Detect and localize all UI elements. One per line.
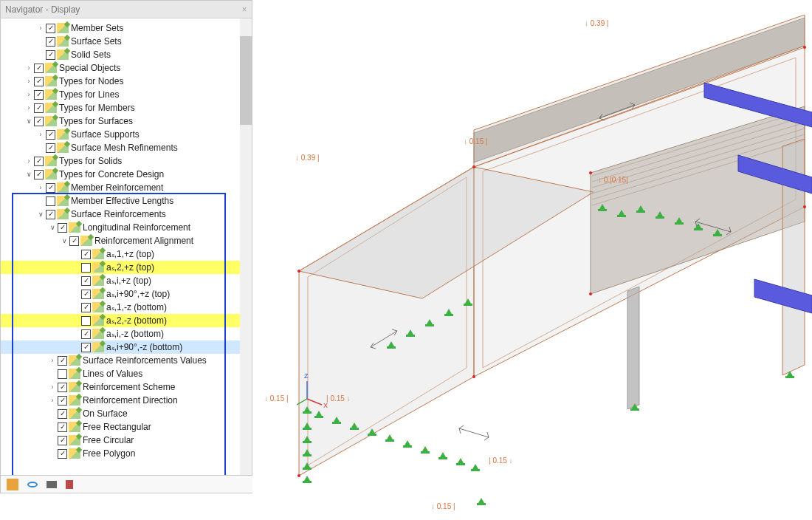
panel-title-text: Navigator - Display — [5, 4, 80, 15]
checkbox[interactable]: ✓ — [46, 24, 55, 33]
checkbox[interactable]: ✓ — [58, 449, 67, 459]
checkbox[interactable]: ✓ — [46, 130, 55, 140]
tree-item[interactable]: Lines of Values — [1, 367, 252, 380]
checkbox[interactable]: ✓ — [81, 276, 91, 286]
checkbox[interactable]: ✓ — [81, 290, 91, 299]
tree-item[interactable]: ✓Free Polygon — [1, 447, 252, 460]
eye-icon[interactable] — [27, 482, 38, 488]
camera-icon[interactable] — [47, 481, 57, 488]
tree-item[interactable]: ›✓Surface Supports — [1, 128, 252, 141]
tree-item[interactable]: ›✓Types for Nodes — [1, 75, 252, 88]
checkbox[interactable]: ✓ — [58, 436, 67, 445]
checkbox[interactable]: ✓ — [46, 183, 55, 193]
chevron-right-icon[interactable]: › — [24, 103, 33, 112]
chevron-down-icon[interactable]: ∨ — [60, 236, 69, 245]
checkbox[interactable]: ✓ — [58, 422, 67, 432]
tree-item[interactable]: ›✓Special Objects — [1, 61, 252, 75]
dim-label: ↓ 0.15 | — [431, 502, 455, 510]
chevron-right-icon[interactable]: › — [24, 64, 33, 72]
tree-item[interactable]: ✓Solid Sets — [1, 48, 252, 61]
tree-item[interactable]: ✓Surface Mesh Refinements — [1, 141, 252, 154]
tree-item[interactable]: ✓Free Circular — [1, 434, 252, 447]
checkbox[interactable]: ✓ — [81, 329, 91, 339]
tree-item-label: Surface Reinforcements — [71, 209, 166, 219]
tree-item[interactable]: ›✓Types for Members — [1, 101, 252, 114]
chevron-right-icon[interactable]: › — [24, 90, 33, 99]
chevron-right-icon[interactable]: › — [24, 157, 33, 165]
chevron-right-icon[interactable]: › — [24, 77, 33, 86]
checkbox[interactable]: ✓ — [34, 90, 44, 100]
checkbox[interactable] — [58, 369, 67, 379]
checkbox[interactable]: ✓ — [69, 236, 79, 246]
chevron-right-icon[interactable]: › — [36, 24, 45, 32]
tree-item[interactable]: ✓On Surface — [1, 407, 252, 420]
tree-item[interactable]: ∨✓Surface Reinforcements — [1, 208, 252, 221]
checkbox[interactable]: ✓ — [46, 210, 55, 219]
tree-item[interactable]: ›✓Types for Lines — [1, 88, 252, 101]
tree-item[interactable]: ✓aₛ,1,+z (top) — [1, 247, 252, 261]
tree-item[interactable]: aₛ,2,-z (bottom) — [1, 314, 252, 327]
svg-point-20 — [472, 165, 475, 168]
checkbox[interactable]: ✓ — [81, 343, 91, 352]
tree-item[interactable]: ✓Surface Sets — [1, 35, 252, 48]
tree-item[interactable]: aₛ,2,+z (top) — [1, 261, 252, 274]
chevron-down-icon[interactable]: ∨ — [48, 223, 57, 232]
tree-item[interactable]: ›✓Member Reinforcement — [1, 181, 252, 194]
checkbox[interactable] — [81, 316, 91, 326]
model-viewport[interactable]: Z X ↓ 0.39 | ↓ 0.39 | ↓ 0.15 | | 0.15 ↓ … — [252, 0, 812, 520]
chevron-right-icon[interactable]: › — [48, 356, 57, 365]
checkbox[interactable]: ✓ — [81, 303, 91, 312]
tree-item[interactable]: ›✓Surface Reinforcements Values — [1, 354, 252, 367]
tree-item[interactable]: Member Effective Lengths — [1, 194, 252, 208]
checkbox[interactable]: ✓ — [58, 223, 67, 233]
checkbox[interactable]: ✓ — [34, 64, 44, 73]
expander-spacer — [72, 343, 80, 352]
checkbox[interactable]: ✓ — [34, 77, 44, 86]
checkbox[interactable]: ✓ — [81, 250, 91, 259]
tree-item[interactable]: ✓aₛ,1,-z (bottom) — [1, 301, 252, 314]
scrollbar-thumb[interactable] — [240, 36, 252, 125]
expander-spacer — [72, 250, 80, 259]
tree-item[interactable]: ✓aₛ,i,+z (top) — [1, 274, 252, 287]
chevron-right-icon[interactable]: › — [48, 396, 57, 405]
chevron-down-icon[interactable]: ∨ — [36, 210, 45, 219]
tree-item[interactable]: ›✓Member Sets — [1, 21, 252, 35]
tree-item-label: Free Polygon — [83, 448, 135, 459]
checkbox[interactable]: ✓ — [58, 356, 67, 366]
chevron-down-icon[interactable]: ∨ — [24, 170, 33, 179]
checkbox[interactable]: ✓ — [58, 409, 67, 419]
checkbox[interactable] — [81, 263, 91, 273]
tree-item[interactable]: ∨✓Reinforcement Alignment — [1, 234, 252, 247]
tree-item[interactable]: ∨✓Longitudinal Reinforcement — [1, 221, 252, 234]
chevron-right-icon[interactable]: › — [48, 383, 57, 391]
chevron-right-icon[interactable]: › — [36, 130, 45, 139]
checkbox[interactable]: ✓ — [58, 396, 67, 406]
tree-item[interactable]: ✓aₛ,i+90°,-z (bottom) — [1, 341, 252, 354]
checkbox[interactable]: ✓ — [34, 157, 44, 166]
tree-item[interactable]: ›✓Types for Solids — [1, 154, 252, 168]
checkbox[interactable]: ✓ — [34, 103, 44, 113]
scrollbar-track[interactable] — [240, 18, 252, 475]
checkbox[interactable]: ✓ — [34, 117, 44, 126]
close-icon[interactable]: × — [237, 1, 252, 17]
checkbox[interactable]: ✓ — [34, 170, 44, 179]
checkbox[interactable]: ✓ — [46, 37, 55, 47]
dim-label: ↓ 0.39 | — [585, 19, 609, 27]
chevron-right-icon[interactable]: › — [36, 183, 45, 192]
tree-item[interactable]: ✓aₛ,i,-z (bottom) — [1, 327, 252, 341]
folder-icon[interactable] — [7, 479, 18, 490]
tree-item-label: Special Objects — [59, 63, 120, 73]
checkbox[interactable]: ✓ — [46, 143, 55, 153]
tree-item[interactable]: ∨✓Types for Surfaces — [1, 114, 252, 128]
chevron-down-icon[interactable]: ∨ — [24, 117, 33, 126]
tree-item[interactable]: ›✓Reinforcement Direction — [1, 394, 252, 407]
tree-item[interactable]: ›✓Reinforcement Scheme — [1, 380, 252, 394]
flag-icon[interactable] — [66, 480, 73, 489]
checkbox[interactable]: ✓ — [46, 50, 55, 60]
tree-item[interactable]: ∨✓Types for Concrete Design — [1, 168, 252, 181]
tree-item[interactable]: ✓aₛ,i+90°,+z (top) — [1, 287, 252, 301]
checkbox[interactable] — [46, 196, 55, 206]
tree-item[interactable]: ✓Free Rectangular — [1, 420, 252, 434]
layer-icon — [92, 249, 104, 259]
checkbox[interactable]: ✓ — [58, 383, 67, 392]
